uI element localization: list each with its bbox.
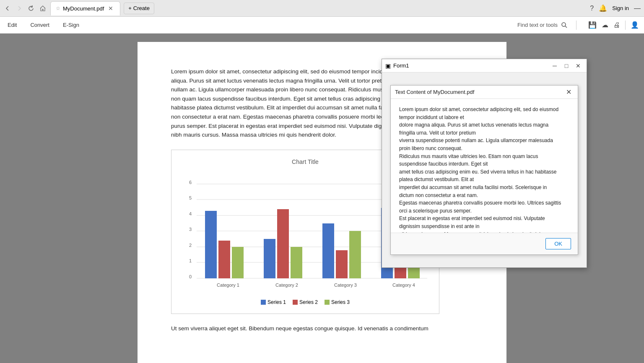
esign-menu[interactable]: E-Sign [60,20,82,30]
plus-icon: + [128,5,132,11]
dialog-footer: OK [391,233,578,254]
legend-label-series1: Series 1 [267,299,286,305]
legend-series3: Series 3 [325,299,350,305]
chart-legend: Series 1 Series 2 Series 3 [180,299,431,305]
svg-text:3: 3 [189,227,192,232]
svg-text:1: 1 [189,258,192,263]
tab-title: MyDocument.pdf [63,5,104,12]
svg-rect-20 [264,239,275,278]
dialog-close-button[interactable]: ✕ [564,87,574,97]
toolbar-divider [576,21,576,30]
toolbar-divider2 [625,21,626,30]
dialog-text: Lorem ipsum dolor sit amet, consectetur … [399,106,569,233]
browser-right-controls: ? 🔔 Sign in — [590,4,641,12]
print-icon[interactable]: 🖨 [613,21,620,29]
svg-rect-21 [277,209,289,278]
dialog-title-label: Text Content of MyDocument.pdf [395,89,564,95]
form1-titlebar: ▣ Form1 ─ □ ✕ [382,59,587,73]
search-area[interactable]: Find text or tools [517,22,568,29]
text-content-dialog: Text Content of MyDocument.pdf ✕ Lorem i… [390,85,578,255]
back-icon[interactable] [3,4,12,13]
svg-text:Category 2: Category 2 [275,283,298,288]
svg-point-0 [562,23,566,26]
svg-text:Category 1: Category 1 [217,283,239,288]
tab-close-icon[interactable]: ✕ [106,4,115,13]
form1-minimize-button[interactable]: ─ [550,61,560,71]
form1-app-icon: ▣ [385,62,391,69]
svg-rect-17 [218,241,230,278]
form1-window-controls: ─ □ ✕ [550,61,583,71]
form1-close-button[interactable]: ✕ [573,61,583,71]
svg-rect-16 [205,211,217,278]
legend-series2: Series 2 [293,299,318,305]
pdf-footer-text: Ut sem viverra aliquet eget sit. Bibendu… [171,324,473,333]
toolbar-actions: 💾 ☁ 🖨 👤 [588,21,639,30]
convert-menu[interactable]: Convert [28,20,52,30]
notification-icon[interactable]: 🔔 [599,4,607,12]
legend-label-series2: Series 2 [299,299,318,305]
search-icon[interactable] [561,22,568,29]
svg-text:0: 0 [189,274,192,279]
legend-box-series2 [293,300,298,305]
dialog-titlebar: Text Content of MyDocument.pdf ✕ [391,86,578,99]
svg-text:6: 6 [189,180,192,185]
active-tab[interactable]: ☆ MyDocument.pdf ✕ [50,1,120,16]
edit-menu[interactable]: Edit [5,20,19,30]
search-label: Find text or tools [517,22,558,28]
reload-icon[interactable] [27,4,35,13]
save-icon[interactable]: 💾 [588,21,597,29]
form1-body: Text Content of MyDocument.pdf ✕ Lorem i… [382,73,587,267]
user-icon[interactable]: 👤 [631,21,639,29]
svg-rect-26 [349,231,361,278]
legend-label-series3: Series 3 [331,299,350,305]
upload-icon[interactable]: ☁ [602,21,608,29]
svg-text:Category 4: Category 4 [392,283,415,288]
legend-series1: Series 1 [261,299,286,305]
browser-chrome: ☆ MyDocument.pdf ✕ + Create ? 🔔 Sign in … [0,0,644,17]
help-icon[interactable]: ? [590,5,594,12]
form1-window: ▣ Form1 ─ □ ✕ Text Content of MyDocument… [382,59,587,268]
svg-text:2: 2 [189,243,192,248]
svg-line-1 [565,26,567,28]
minimize-button[interactable]: — [634,5,641,12]
form1-maximize-button[interactable]: □ [561,61,571,71]
svg-rect-25 [336,250,348,278]
tab-star-icon[interactable]: ☆ [56,5,60,11]
legend-box-series1 [261,300,266,305]
svg-text:5: 5 [189,195,192,200]
app-toolbar: Edit Convert E-Sign Find text or tools 💾… [0,17,644,34]
new-tab-button[interactable]: + Create [124,3,154,14]
sign-in-button[interactable]: Sign in [612,5,629,11]
ok-button[interactable]: OK [545,238,571,249]
svg-text:Category 3: Category 3 [334,283,357,288]
svg-rect-22 [291,247,302,278]
forward-icon[interactable] [15,4,23,13]
dialog-content: Lorem ipsum dolor sit amet, consectetur … [391,99,578,233]
svg-text:4: 4 [189,211,192,216]
svg-rect-18 [232,247,244,278]
svg-rect-24 [322,223,334,278]
form1-title-label: Form1 [393,62,550,69]
legend-box-series3 [325,300,330,305]
create-label: Create [133,5,150,11]
home-icon[interactable] [39,4,47,13]
